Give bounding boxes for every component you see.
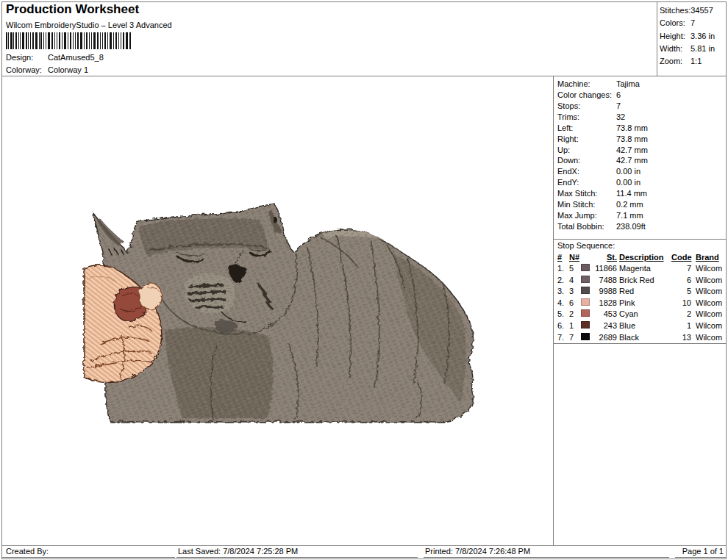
stops-label: Stops: bbox=[557, 101, 616, 112]
up-value: 42.7 mm bbox=[616, 145, 648, 156]
stitch-count: 243 bbox=[592, 320, 617, 332]
row-num: 5. bbox=[557, 309, 569, 320]
thread-code: 6 bbox=[671, 275, 691, 287]
right-label: Right: bbox=[557, 134, 616, 145]
thread-row: 6.1243Blue1Wilcom bbox=[554, 320, 725, 332]
stitch-count: 1828 bbox=[592, 298, 617, 309]
endy-value: 0.00 in bbox=[616, 177, 640, 188]
col-description: Description bbox=[617, 251, 671, 263]
needle-num: 3 bbox=[569, 286, 581, 298]
down-label: Down: bbox=[557, 155, 616, 166]
app-subtitle: Wilcom EmbroideryStudio – Level 3 Advanc… bbox=[6, 21, 172, 29]
col-stitches: St. bbox=[581, 251, 617, 263]
design-summary-box: Stitches:34557 Colors:7 Height:3.36 in W… bbox=[660, 4, 724, 68]
needle-num: 1 bbox=[569, 320, 581, 332]
max-jump-value: 7.1 mm bbox=[616, 210, 643, 221]
total-bobbin-label: Total Bobbin: bbox=[557, 221, 616, 232]
thread-description: Blue bbox=[617, 320, 671, 332]
embroidery-design-cat bbox=[77, 185, 489, 428]
stop-sequence-title: Stop Sequence: bbox=[557, 240, 615, 251]
width-value: 5.81 in bbox=[690, 43, 715, 55]
endx-value: 0.00 in bbox=[616, 166, 640, 177]
row-num: 3. bbox=[557, 286, 569, 298]
footer-created-by: Created By: bbox=[1, 546, 175, 558]
right-value: 73.8 mm bbox=[616, 134, 648, 145]
trims-value: 32 bbox=[616, 112, 625, 123]
thread-code: 7 bbox=[671, 263, 691, 275]
max-stitch-label: Max Stitch: bbox=[557, 188, 616, 199]
zoom-value: 1:1 bbox=[690, 55, 702, 68]
thread-code: 10 bbox=[671, 298, 691, 309]
thread-description: Brick Red bbox=[617, 275, 671, 287]
row-num: 7. bbox=[557, 332, 569, 344]
thread-code: 13 bbox=[671, 332, 691, 344]
stitch-count: 9988 bbox=[592, 286, 617, 298]
thread-description: Red bbox=[617, 286, 671, 298]
max-jump-label: Max Jump: bbox=[557, 210, 616, 221]
barcode bbox=[6, 32, 132, 49]
thread-row: 3.39988Red5Wilcom bbox=[554, 286, 725, 298]
needle-num: 7 bbox=[569, 332, 581, 344]
color-changes-value: 6 bbox=[616, 90, 621, 101]
thread-description: Pink bbox=[617, 298, 671, 309]
thread-color-swatch bbox=[581, 309, 590, 317]
stitches-value: 34557 bbox=[690, 4, 713, 17]
design-name-row: Design: CatAmused5_8 bbox=[6, 53, 104, 62]
col-needle: N# bbox=[569, 251, 581, 263]
thread-brand: Wilcom bbox=[691, 298, 725, 309]
machine-info-rows: Machine:Tajima Color changes:6 Stops:7 T… bbox=[554, 79, 726, 232]
left-value: 73.8 mm bbox=[616, 123, 648, 134]
stitches-label: Stitches: bbox=[660, 4, 690, 17]
thread-code: 2 bbox=[671, 309, 691, 320]
thread-brand: Wilcom bbox=[691, 275, 725, 287]
footer-printed: Printed: 7/8/2024 7:26:48 PM bbox=[424, 546, 669, 558]
colorway-value: Colorway 1 bbox=[48, 65, 88, 74]
zoom-label: Zoom: bbox=[660, 55, 690, 68]
endy-label: EndY: bbox=[557, 177, 616, 188]
needle-num: 6 bbox=[569, 298, 581, 309]
max-stitch-value: 11.4 mm bbox=[616, 188, 647, 199]
stitch-count: 7488 bbox=[592, 275, 617, 287]
footer-last-saved: Last Saved: 7/8/2024 7:25:28 PM bbox=[176, 546, 418, 558]
design-label: Design: bbox=[6, 53, 48, 62]
design-preview-area bbox=[2, 76, 553, 545]
thread-row: 2.47488Brick Red6Wilcom bbox=[554, 275, 725, 287]
min-stitch-value: 0.2 mm bbox=[616, 199, 643, 210]
stops-value: 7 bbox=[616, 101, 621, 112]
thread-color-swatch bbox=[581, 287, 590, 294]
thread-brand: Wilcom bbox=[691, 286, 725, 298]
total-bobbin-value: 238.09ft bbox=[616, 221, 646, 232]
thread-row: 1.511866Magenta7Wilcom bbox=[554, 263, 725, 275]
col-brand: Brand bbox=[691, 251, 725, 263]
needle-num: 2 bbox=[569, 309, 581, 320]
down-value: 42.7 mm bbox=[616, 155, 648, 166]
machine-info-panel: Machine:Tajima Color changes:6 Stops:7 T… bbox=[554, 76, 726, 545]
thread-description: Black bbox=[617, 332, 671, 344]
row-num: 6. bbox=[557, 320, 569, 332]
thread-row: 5.2453Cyan2Wilcom bbox=[554, 309, 725, 320]
thread-color-swatch bbox=[581, 298, 590, 306]
design-value: CatAmused5_8 bbox=[48, 53, 104, 62]
thread-brand: Wilcom bbox=[691, 309, 725, 320]
height-label: Height: bbox=[660, 30, 690, 43]
thread-description: Magenta bbox=[617, 263, 671, 275]
colors-label: Colors: bbox=[660, 17, 690, 29]
stop-sequence-bottom-rule bbox=[554, 343, 726, 344]
row-num: 2. bbox=[557, 275, 569, 287]
needle-num: 4 bbox=[569, 275, 581, 287]
thread-brand: Wilcom bbox=[691, 263, 725, 275]
trims-label: Trims: bbox=[557, 112, 616, 123]
stitch-count: 11866 bbox=[592, 263, 617, 275]
footer-page-number: Page 1 of 1 bbox=[675, 546, 726, 558]
endx-label: EndX: bbox=[557, 166, 616, 177]
colorway-label: Colorway: bbox=[6, 65, 48, 74]
colors-value: 7 bbox=[690, 17, 695, 29]
left-label: Left: bbox=[557, 123, 616, 134]
col-code: Code bbox=[671, 251, 691, 263]
min-stitch-label: Min Stitch: bbox=[557, 199, 616, 210]
machine-label: Machine: bbox=[557, 79, 616, 90]
thread-description: Cyan bbox=[617, 309, 671, 320]
page-title: Production Worksheet bbox=[6, 2, 139, 17]
thread-code: 5 bbox=[671, 286, 691, 298]
thread-row: 7.72689Black13Wilcom bbox=[554, 332, 725, 344]
